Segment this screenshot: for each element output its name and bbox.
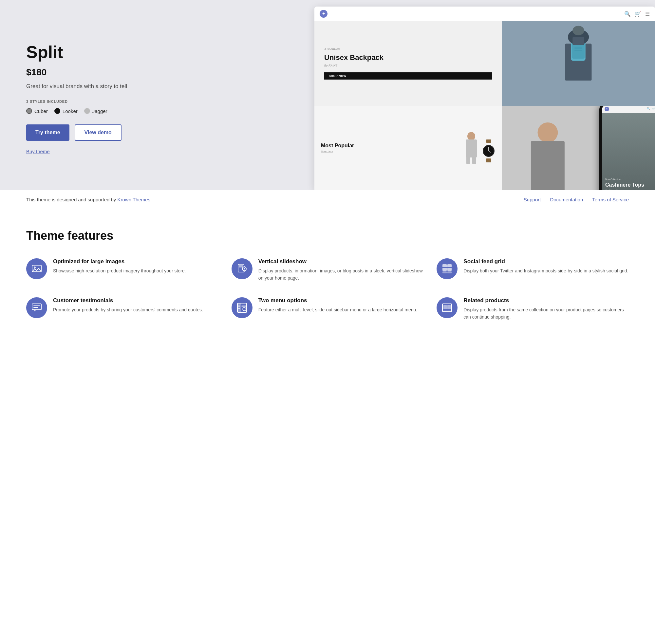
backpack-image <box>502 21 655 106</box>
svg-rect-36 <box>32 304 41 310</box>
svg-rect-30 <box>443 264 447 267</box>
hero-section: Split $180 Great for visual brands with … <box>0 0 655 190</box>
buy-theme-link[interactable]: Buy theme <box>26 148 295 154</box>
view-demo-button[interactable]: View demo <box>75 124 121 141</box>
feature-title-2: Vertical slideshow <box>258 258 424 265</box>
theme-price: $180 <box>26 67 295 77</box>
svg-rect-5 <box>574 47 582 48</box>
search-icon: 🔍 <box>624 11 631 17</box>
feature-title-6: Related products <box>464 297 629 304</box>
feature-text-large-images: Optimized for large images Showcase high… <box>53 258 186 275</box>
svg-rect-15 <box>486 158 491 162</box>
features-section: Theme features Optimized for large image… <box>0 209 655 347</box>
svg-rect-25 <box>239 265 243 268</box>
jagger-dot <box>84 108 90 114</box>
svg-rect-35 <box>447 271 452 273</box>
shop-now-button: SHOP NOW <box>324 72 492 79</box>
browser-bar: ✦ 🔍 🛒 ☰ <box>314 6 655 21</box>
style-looker[interactable]: Looker <box>54 108 77 114</box>
svg-rect-33 <box>447 268 452 271</box>
phone-preview: ✦ 🔍 🛒 ☰ New Collection Cashmer <box>599 106 655 190</box>
feature-slideshow: Vertical slideshow Display products, inf… <box>231 258 424 281</box>
social-icon-circle <box>436 258 457 279</box>
feature-related: Related products Display products from t… <box>436 297 629 321</box>
feature-desc-1: Showcase high-resolution product imagery… <box>53 268 186 275</box>
phone-search-icon: 🔍 <box>647 107 650 110</box>
style-cuber[interactable]: Cuber <box>26 108 48 114</box>
jagger-label: Jagger <box>92 108 108 114</box>
feature-text-related: Related products Display products from t… <box>464 297 629 321</box>
feature-text-social: Social feed grid Display both your Twitt… <box>464 258 628 275</box>
feature-social: Social feed grid Display both your Twitt… <box>436 258 629 281</box>
svg-rect-6 <box>574 50 582 50</box>
related-products-icon <box>442 302 452 313</box>
svg-rect-21 <box>531 141 565 190</box>
svg-point-20 <box>537 122 558 143</box>
most-popular-label: Most Popular <box>321 142 354 148</box>
try-theme-button[interactable]: Try theme <box>26 124 69 141</box>
svg-rect-50 <box>447 305 451 309</box>
looker-label: Looker <box>63 108 77 114</box>
menu-icon-circle <box>231 297 252 318</box>
product-by: By RAINS <box>324 64 492 67</box>
feature-text-testimonials: Customer testimonials Promote your produ… <box>53 297 203 314</box>
cashmere-by-label: By Filippa K <box>605 189 655 190</box>
product-name: Unisex Backpack <box>324 53 492 62</box>
svg-rect-9 <box>572 37 584 45</box>
feature-desc-2: Display products, information, images, o… <box>258 268 424 281</box>
styles-label: 3 STYLES INCLUDED <box>26 99 295 104</box>
person-figure <box>463 131 479 164</box>
feature-large-images: Optimized for large images Showcase high… <box>26 258 219 281</box>
browser-logo: ✦ <box>320 10 328 18</box>
testimonial-icon-circle <box>26 297 47 318</box>
image-icon <box>31 263 42 274</box>
phone-collection-label: New Collection <box>605 178 655 180</box>
feature-testimonials: Customer testimonials Promote your produ… <box>26 297 219 321</box>
svg-rect-40 <box>238 303 241 312</box>
action-buttons: Try theme View demo <box>26 124 295 141</box>
menu-hamburger-icon: ☰ <box>645 11 650 17</box>
watch-figure <box>482 138 495 164</box>
feature-text-menu: Two menu options Feature either a multi-… <box>258 297 417 314</box>
svg-point-8 <box>572 26 584 36</box>
bottom-person <box>502 122 594 190</box>
just-arrived-label: Just Arrived <box>324 47 492 51</box>
svg-rect-49 <box>444 305 447 309</box>
designer-link[interactable]: Krown Themes <box>118 197 151 202</box>
theme-description: Great for visual brands with a story to … <box>26 82 138 91</box>
slideshow-icon <box>237 263 247 274</box>
cart-icon: 🛒 <box>635 11 641 17</box>
style-options: Cuber Looker Jagger <box>26 108 295 114</box>
svg-point-10 <box>467 132 475 140</box>
feature-title-1: Optimized for large images <box>53 258 186 265</box>
looker-dot <box>54 108 60 114</box>
feature-menu: Two menu options Feature either a multi-… <box>231 297 424 321</box>
svg-point-27 <box>244 268 245 270</box>
slideshow-icon-circle <box>231 258 252 279</box>
theme-title: Split <box>26 42 295 62</box>
feature-text-slideshow: Vertical slideshow Display products, inf… <box>258 258 424 281</box>
svg-rect-31 <box>447 264 452 267</box>
shop-here-label: Shop here <box>321 150 354 153</box>
feature-desc-3: Display both your Twitter and Instagram … <box>464 268 628 275</box>
support-left: This theme is designed and supported by … <box>26 197 150 202</box>
feature-desc-5: Feature either a multi-level, slide-out … <box>258 306 417 314</box>
style-jagger[interactable]: Jagger <box>84 108 108 114</box>
terms-of-service-link[interactable]: Terms of Service <box>592 197 629 202</box>
svg-rect-13 <box>472 156 476 164</box>
svg-rect-32 <box>443 268 447 271</box>
testimonial-icon <box>31 302 42 313</box>
social-icon <box>442 263 452 274</box>
hero-preview-panel: ✦ 🔍 🛒 ☰ Just Arrived Unisex Backpack <box>314 0 655 190</box>
svg-rect-14 <box>486 139 491 143</box>
image-icon-circle <box>26 258 47 279</box>
cashmere-tops-label: Cashmere Tops <box>605 182 655 188</box>
support-link[interactable]: Support <box>524 197 541 202</box>
feature-title-5: Two menu options <box>258 297 417 304</box>
feature-desc-4: Promote your products by sharing your cu… <box>53 306 203 314</box>
documentation-link[interactable]: Documentation <box>550 197 583 202</box>
support-links: Support Documentation Terms of Service <box>524 197 629 202</box>
phone-logo: ✦ <box>605 107 609 111</box>
features-title: Theme features <box>26 229 629 243</box>
phone-cart-icon: 🛒 <box>652 107 655 110</box>
